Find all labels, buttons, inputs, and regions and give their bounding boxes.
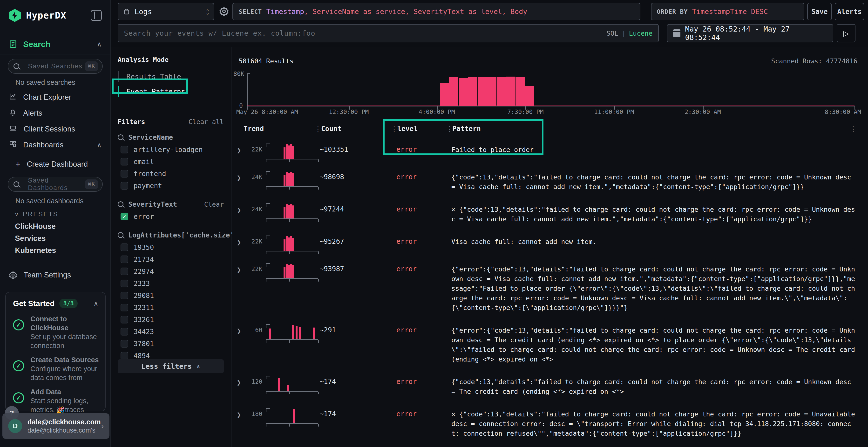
checkbox[interactable] <box>121 316 128 323</box>
preset-item-clickhouse[interactable]: ClickHouse <box>15 222 56 231</box>
table-row[interactable]: ❯180~174error× {"code":13,"details":"fai… <box>232 404 868 446</box>
get-started-item[interactable]: ✓Add DataStart sending logs, metrics, or… <box>6 384 105 416</box>
checkbox[interactable] <box>121 255 128 263</box>
expand-chevron-icon[interactable]: ❯ <box>235 378 246 386</box>
filter-option[interactable]: 29081 <box>118 290 224 301</box>
histogram-bar[interactable] <box>525 86 534 106</box>
histogram-bar[interactable] <box>440 83 449 106</box>
filter-option[interactable]: frontend <box>118 169 224 179</box>
user-profile-chip[interactable]: D dale@clickhouse.com dale@clickhouse.co… <box>2 413 110 439</box>
presets-header[interactable]: ∨ PRESETS <box>14 210 58 218</box>
checkbox[interactable] <box>121 352 128 359</box>
checkbox-checked[interactable]: ✓ <box>121 213 128 220</box>
analysis-mode-results-table[interactable]: Results Table <box>118 70 224 83</box>
chevron-up-icon[interactable]: ∧ <box>94 300 99 308</box>
sidebar-item-alerts[interactable]: Alerts <box>9 107 102 119</box>
filter-option[interactable]: 34423 <box>118 326 224 337</box>
filter-option[interactable]: payment <box>118 181 224 191</box>
run-query-button[interactable]: ▷ <box>837 24 856 42</box>
less-filters-button[interactable]: Less filters ∧ <box>118 359 224 373</box>
filter-option[interactable]: artillery-loadgen <box>118 144 224 154</box>
table-row[interactable]: ❯120~116error{"error":{"code":13,"detail… <box>232 446 868 447</box>
filter-option[interactable]: email <box>118 157 224 167</box>
sidebar-item-team-settings[interactable]: Team Settings <box>9 269 102 281</box>
table-row[interactable]: ❯24K~98698error{"code":13,"details":"fai… <box>232 167 868 199</box>
histogram-bar[interactable] <box>478 77 487 106</box>
checkbox[interactable] <box>121 340 128 347</box>
histogram-bar[interactable] <box>487 77 496 106</box>
filter-option[interactable]: 22974 <box>118 266 224 276</box>
get-started-item[interactable]: ✓Create Data SourcesConfigure where your… <box>6 352 105 384</box>
sidebar-collapse-icon[interactable] <box>91 10 102 21</box>
col-header-count[interactable]: Count <box>321 125 341 133</box>
clear-filter-button[interactable]: Clear <box>204 201 224 208</box>
checkbox[interactable] <box>121 158 128 166</box>
save-button[interactable]: Save <box>807 3 832 20</box>
histogram-bar[interactable] <box>516 77 525 106</box>
sql-toggle[interactable]: SQL <box>607 30 618 37</box>
expand-chevron-icon[interactable]: ❯ <box>235 326 246 335</box>
sidebar-item-client-sessions[interactable]: Client Sessions <box>9 123 102 135</box>
sidebar-item-dashboards[interactable]: Dashboards∧ <box>9 139 102 151</box>
drag-handle-icon[interactable]: ⋮ <box>391 125 398 133</box>
checkbox[interactable] <box>121 182 128 190</box>
expand-chevron-icon[interactable]: ❯ <box>235 238 246 246</box>
pattern-cell[interactable]: Failed to place order <box>452 143 858 160</box>
pattern-cell[interactable]: × {"code":13,"details":"failed to charge… <box>452 407 858 438</box>
pattern-cell[interactable]: {"code":13,"details":"failed to charge c… <box>452 170 858 192</box>
sidebar-item-search[interactable]: Search ∧ <box>9 38 102 50</box>
alerts-button[interactable]: Alerts <box>835 3 864 20</box>
checkbox[interactable] <box>121 328 128 336</box>
table-row[interactable]: ❯22K~95267errorVisa cache full: cannot a… <box>232 231 868 259</box>
preset-item-services[interactable]: Services <box>15 234 46 243</box>
chevron-up-icon[interactable]: ∧ <box>97 40 102 48</box>
filter-option[interactable]: 33261 <box>118 314 224 325</box>
query-language-toggle[interactable]: SQL|Lucene <box>607 30 652 37</box>
pattern-cell[interactable]: × {"code":13,"details":"failed to charge… <box>452 202 858 224</box>
table-row[interactable]: ❯24K~97244error× {"code":13,"details":"f… <box>232 199 868 231</box>
results-histogram[interactable]: 80K 0 <box>247 73 855 106</box>
filter-option[interactable]: 19350 <box>118 242 224 252</box>
table-row[interactable]: ❯120~174error{"code":13,"details":"faile… <box>232 371 868 404</box>
clear-all-button[interactable]: Clear all <box>189 118 224 126</box>
checkbox[interactable] <box>121 268 128 275</box>
pattern-cell[interactable]: Visa cache full: cannot add new item. <box>452 235 858 251</box>
checkbox[interactable] <box>121 291 128 299</box>
saved-dashboards-input[interactable]: Saved Dashboards ⌘K <box>8 177 103 192</box>
col-header-level[interactable]: level <box>397 125 417 133</box>
checkbox[interactable] <box>121 170 128 177</box>
checkbox[interactable] <box>121 146 128 153</box>
filter-option[interactable]: 2333 <box>118 278 224 288</box>
expand-chevron-icon[interactable]: ❯ <box>235 146 246 154</box>
select-query-input[interactable]: SELECT Timestamp, ServiceName as service… <box>232 3 641 20</box>
expand-chevron-icon[interactable]: ❯ <box>235 265 246 274</box>
pattern-cell[interactable]: {"error":{"code":13,"details":"failed to… <box>452 323 858 364</box>
filter-option[interactable]: 21734 <box>118 254 224 265</box>
lucene-search-input[interactable]: Search your events w/ Lucene ex. column:… <box>118 24 659 42</box>
checkbox[interactable] <box>121 304 128 311</box>
checkbox[interactable] <box>121 243 128 251</box>
pattern-cell[interactable]: {"code":13,"details":"failed to charge c… <box>452 375 858 397</box>
source-settings-button[interactable] <box>219 6 229 18</box>
drag-handle-icon[interactable]: ⋮ <box>314 125 322 133</box>
histogram-bar[interactable] <box>449 77 458 106</box>
date-range-picker[interactable]: May 26 08:52:44 - May 27 08:52:44 <box>667 24 833 42</box>
filter-option[interactable]: ✓error <box>118 211 224 221</box>
expand-chevron-icon[interactable]: ❯ <box>235 206 246 214</box>
filter-option[interactable]: 32311 <box>118 303 224 313</box>
order-by-input[interactable]: ORDER BY TimestampTime DESC <box>651 3 804 20</box>
histogram-bar[interactable] <box>468 77 477 106</box>
preset-item-kubernetes[interactable]: Kubernetes <box>15 246 56 255</box>
histogram-bar[interactable] <box>497 77 506 106</box>
table-row[interactable]: ❯22K~93987error{"error":{"code":13,"deta… <box>232 259 868 320</box>
table-menu-icon[interactable]: ⋮ <box>850 125 857 133</box>
create-dashboard-button[interactable]: + Create Dashboard <box>9 158 102 171</box>
expand-chevron-icon[interactable]: ❯ <box>235 173 246 182</box>
histogram-bar[interactable] <box>506 77 515 106</box>
table-row[interactable]: ❯22K~103351errorFailed to place order <box>232 139 868 167</box>
sidebar-item-chart-explorer[interactable]: Chart Explorer <box>9 91 102 104</box>
saved-searches-input[interactable]: Saved Searches ⌘K <box>8 59 103 74</box>
pattern-cell[interactable]: {"error":{"code":13,"details":"failed to… <box>452 262 858 313</box>
filter-option[interactable]: 37801 <box>118 339 224 349</box>
lucene-toggle[interactable]: Lucene <box>629 30 652 37</box>
